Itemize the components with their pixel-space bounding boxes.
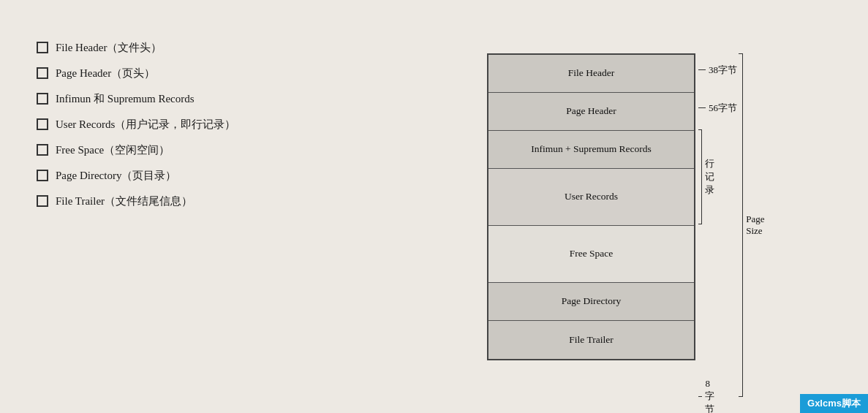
diagram-blocks: File HeaderPage HeaderInfimun + Supremum… (487, 53, 695, 360)
block-file-header: File Header (488, 55, 694, 93)
label-56bytes: 56字节 (709, 102, 737, 115)
checkbox-infimum (37, 93, 48, 105)
checkbox-user-records (37, 118, 48, 130)
block-file-trailer: File Trailer (488, 321, 694, 359)
list-item-file-trailer: File Trailer（文件结尾信息） (37, 194, 300, 209)
tick-38 (698, 69, 706, 71)
item-text-file-header: File Header（文件头） (56, 40, 162, 56)
annotation-38bytes: 38字节 (698, 64, 737, 77)
list-item-infimum: Infimun 和 Supremum Records (37, 91, 300, 107)
diagram-area: File HeaderPage HeaderInfimun + Supremum… (487, 53, 695, 360)
list-item-file-header: File Header（文件头） (37, 40, 300, 56)
checkbox-free-space (37, 144, 48, 156)
brace-row-records (698, 129, 702, 224)
item-text-infimum: Infimun 和 Supremum Records (56, 91, 195, 107)
list-item-page-header: Page Header（页头） (37, 66, 300, 81)
checkbox-file-trailer (37, 195, 48, 207)
list-item-free-space: Free Space（空闲空间） (37, 143, 300, 158)
list-item-page-directory: Page Directory（页目录） (37, 168, 300, 183)
checkbox-page-directory (37, 170, 48, 181)
label-38bytes: 38字节 (709, 64, 737, 77)
label-row-records: 行记录 (705, 157, 718, 197)
annotation-row-records: 行记录 (698, 129, 718, 224)
annotation-page-size: Page Size (739, 53, 767, 397)
watermark-text: Gxlcms脚本 (807, 398, 861, 409)
watermark: Gxlcms脚本 (800, 394, 868, 413)
annotation-56bytes: 56字节 (698, 102, 737, 115)
left-panel: File Header（文件头） Page Header（页头） Infimun… (0, 0, 314, 413)
list-container: File Header（文件头） Page Header（页头） Infimun… (37, 40, 300, 209)
block-page-header: Page Header (488, 93, 694, 131)
tick-56 (698, 107, 706, 109)
label-8bytes: 8字节 (705, 378, 718, 414)
page-root: File Header（文件头） Page Header（页头） Infimun… (0, 0, 868, 413)
block-infimum: Infimun + Supremum Records (488, 131, 694, 169)
block-free-space: Free Space (488, 226, 694, 283)
right-panel: File HeaderPage HeaderInfimun + Supremum… (314, 0, 868, 413)
item-text-user-records: User Records（用户记录，即行记录） (56, 117, 235, 132)
list-item-user-records: User Records（用户记录，即行记录） (37, 117, 300, 132)
item-text-free-space: Free Space（空闲空间） (56, 143, 170, 158)
annotation-8bytes: 8字节 (698, 378, 718, 414)
block-page-directory: Page Directory (488, 283, 694, 321)
checkbox-page-header (37, 67, 48, 79)
checkbox-file-header (37, 42, 48, 53)
tick-8 (698, 396, 702, 398)
brace-page-size (739, 53, 743, 397)
item-text-page-header: Page Header（页头） (56, 66, 155, 81)
item-text-file-trailer: File Trailer（文件结尾信息） (56, 194, 192, 209)
item-text-page-directory: Page Directory（页目录） (56, 168, 176, 183)
label-page-size: Page Size (746, 213, 767, 237)
block-user-records: User Records (488, 169, 694, 226)
